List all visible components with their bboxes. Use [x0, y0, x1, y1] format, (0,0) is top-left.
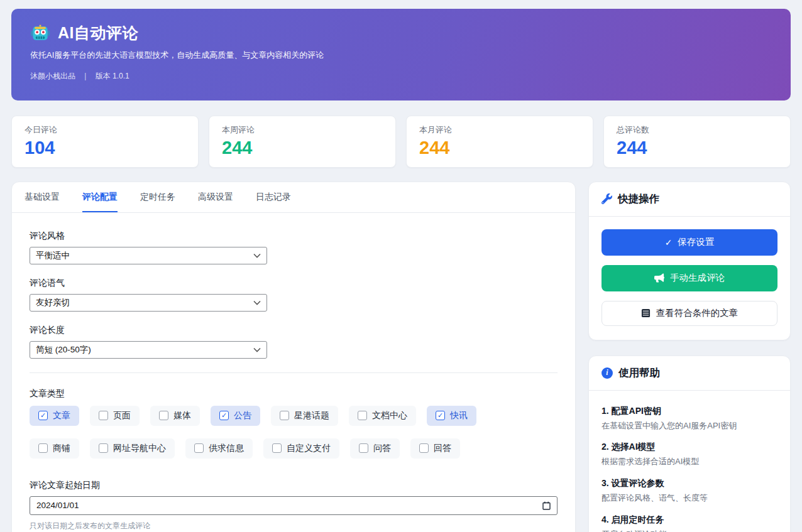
stat-label: 本周评论	[222, 124, 383, 136]
checkbox-icon: ✓	[99, 411, 108, 420]
post-type-shop[interactable]: ✓商铺	[30, 438, 79, 459]
post-type-news[interactable]: ✓快讯	[427, 406, 476, 426]
page-subtitle: 依托AI服务平台的先进大语言模型技术，自动生成高质量、与文章内容相关的评论	[30, 50, 772, 61]
comment-tone-select[interactable]: 友好亲切	[30, 294, 267, 312]
comment-config-form: 评论风格 平衡适中 评论语气 友好亲切	[12, 213, 575, 532]
stat-card-total: 总评论数 244	[603, 116, 791, 168]
checkbox-icon: ✓	[358, 411, 367, 420]
checkbox-icon: ✓	[359, 443, 368, 453]
tab-advanced-settings[interactable]: 高级设置	[198, 182, 233, 212]
view-matching-articles-button[interactable]: 查看符合条件的文章	[602, 301, 777, 326]
help-title: 使用帮助	[618, 366, 660, 380]
post-type-announcement[interactable]: ✓公告	[211, 406, 260, 426]
byline-separator: ｜	[82, 71, 89, 82]
settings-tabbar: 基础设置 评论配置 定时任务 高级设置 日志记录	[12, 182, 575, 213]
megaphone-icon	[654, 273, 664, 283]
start-date-label: 评论文章起始日期	[30, 480, 558, 491]
chevron-down-icon	[253, 347, 261, 352]
list-icon	[641, 308, 651, 318]
tab-comment-config[interactable]: 评论配置	[82, 182, 118, 212]
checkbox-icon: ✓	[280, 411, 289, 420]
help-card: i 使用帮助 1. 配置API密钥 在基础设置中输入您的AI服务API密钥 2.…	[588, 356, 791, 532]
checkbox-icon: ✓	[159, 411, 168, 420]
help-step-4: 4. 启用定时任务 开启自动评论功能	[602, 514, 777, 532]
stat-value: 244	[222, 138, 383, 158]
info-icon: i	[602, 367, 613, 379]
post-type-answer[interactable]: ✓回答	[410, 438, 460, 459]
post-type-page[interactable]: ✓页面	[90, 406, 140, 426]
page: AI自动评论 依托AI服务平台的先进大语言模型技术，自动生成高质量、与文章内容相…	[0, 0, 802, 532]
post-type-question[interactable]: ✓问答	[350, 438, 400, 459]
start-date-value: 2024/01/01	[36, 501, 79, 510]
calendar-icon[interactable]	[542, 501, 551, 510]
save-settings-button[interactable]: ✓ 保存设置	[602, 229, 777, 256]
post-type-custom-pay[interactable]: ✓自定义支付	[263, 438, 339, 459]
comment-tone-value: 友好亲切	[36, 297, 70, 308]
checkbox-icon: ✓	[219, 411, 229, 420]
checkbox-icon: ✓	[419, 443, 429, 453]
stat-label: 今日评论	[25, 124, 185, 136]
tab-log-records[interactable]: 日志记录	[256, 182, 291, 212]
chevron-down-icon	[253, 253, 261, 258]
stat-label: 总评论数	[617, 124, 777, 136]
chevron-down-icon	[253, 300, 261, 305]
checkbox-icon: ✓	[272, 443, 282, 453]
post-type-nav-center[interactable]: ✓网址导航中心	[90, 438, 175, 459]
stat-card-today: 今日评论 104	[11, 116, 199, 168]
header-banner: AI自动评论 依托AI服务平台的先进大语言模型技术，自动生成高质量、与文章内容相…	[11, 9, 791, 100]
start-date-help: 只对该日期之后发布的文章生成评论	[30, 521, 558, 531]
post-type-topic[interactable]: ✓星港话题	[271, 406, 338, 426]
post-type-article[interactable]: ✓文章	[30, 406, 79, 426]
post-type-docs[interactable]: ✓文档中心	[349, 406, 416, 426]
generate-comments-button[interactable]: 手动生成评论	[602, 265, 777, 291]
checkbox-icon: ✓	[436, 411, 445, 420]
help-step-2: 2. 选择AI模型 根据需求选择合适的AI模型	[602, 442, 777, 467]
post-type-media[interactable]: ✓媒体	[150, 406, 200, 426]
tab-scheduled-tasks[interactable]: 定时任务	[140, 182, 175, 212]
help-step-1: 1. 配置API密钥 在基础设置中输入您的AI服务API密钥	[602, 406, 777, 432]
comment-tone-label: 评论语气	[30, 278, 558, 289]
stat-value: 244	[419, 138, 580, 158]
byline-version: 版本 1.0.1	[96, 71, 129, 82]
stat-label: 本月评论	[419, 124, 580, 136]
stat-value: 104	[25, 138, 185, 158]
comment-length-label: 评论长度	[30, 325, 558, 336]
start-date-input[interactable]: 2024/01/01	[30, 496, 558, 515]
checkbox-icon: ✓	[38, 443, 48, 453]
checkbox-icon: ✓	[99, 443, 108, 453]
stats-row: 今日评论 104 本周评论 244 本月评论 244 总评论数 244	[11, 116, 791, 168]
settings-card: 基础设置 评论配置 定时任务 高级设置 日志记录 评论风格 平衡适中	[11, 182, 576, 532]
robot-icon	[30, 23, 50, 43]
comment-length-select[interactable]: 简短 (20-50字)	[30, 341, 267, 359]
post-type-supply-info[interactable]: ✓供求信息	[185, 438, 253, 459]
comment-length-value: 简短 (20-50字)	[36, 344, 91, 356]
comment-style-label: 评论风格	[30, 231, 558, 242]
quick-actions-title: 快捷操作	[618, 192, 659, 206]
form-divider	[30, 372, 558, 373]
page-title: AI自动评论	[58, 23, 138, 43]
stat-card-month: 本月评论 244	[406, 116, 593, 168]
stat-card-week: 本周评论 244	[209, 116, 396, 168]
comment-style-value: 平衡适中	[36, 250, 70, 261]
checkbox-icon: ✓	[194, 443, 204, 453]
wrench-icon	[602, 193, 612, 204]
byline-author: 沐颜小栈出品	[30, 71, 75, 82]
stat-value: 244	[617, 138, 777, 158]
comment-style-select[interactable]: 平衡适中	[30, 247, 267, 264]
post-types-label: 文章类型	[30, 388, 558, 399]
help-step-3: 3. 设置评论参数 配置评论风格、语气、长度等	[602, 478, 777, 504]
quick-actions-card: 快捷操作 ✓ 保存设置 手动生成评论	[588, 182, 791, 340]
byline: 沐颜小栈出品 ｜ 版本 1.0.1	[30, 71, 772, 82]
check-icon: ✓	[665, 237, 673, 247]
tab-basic-settings[interactable]: 基础设置	[25, 182, 60, 212]
post-type-options: ✓文章 ✓页面 ✓媒体 ✓公告 ✓星港话题 ✓文档中心 ✓快讯 ✓商铺 ✓网址导…	[30, 406, 532, 459]
checkbox-icon: ✓	[38, 411, 48, 420]
